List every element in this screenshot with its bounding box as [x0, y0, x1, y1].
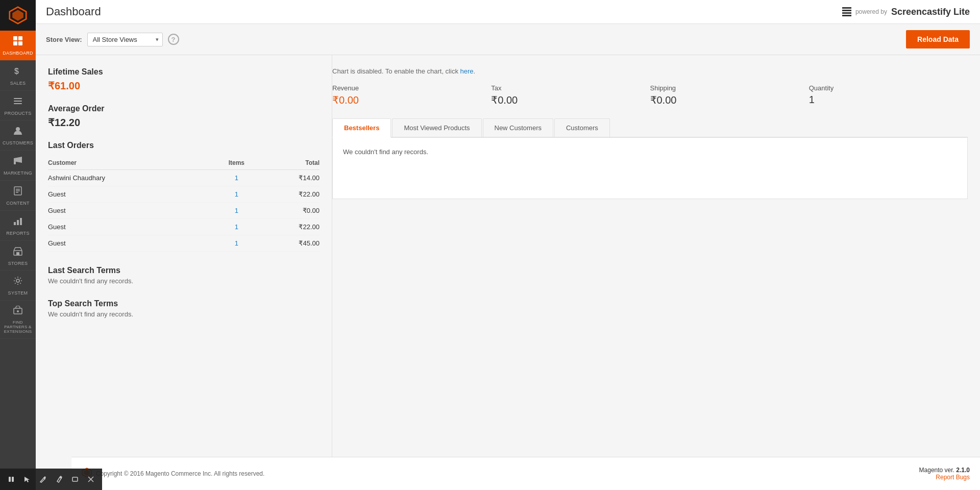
items-count: 1 [213, 219, 260, 235]
screencastify-branding: powered by Screencastify Lite [842, 7, 970, 17]
svg-rect-16 [16, 192, 18, 193]
screencastify-brand: Screencastify Lite [891, 7, 970, 17]
table-row: Guest 1 ₹22.00 [48, 219, 320, 235]
sidebar-item-sales[interactable]: $ SALES [0, 61, 36, 91]
tab-most-viewed[interactable]: Most Viewed Products [392, 118, 481, 137]
sidebar-item-find-partners[interactable]: FIND PARTNERS & EXTENSIONS [0, 301, 36, 338]
sidebar-item-customers[interactable]: CUSTOMERS [0, 120, 36, 151]
lifetime-sales-value: ₹61.00 [48, 80, 320, 92]
close-button[interactable] [84, 472, 98, 487]
last-orders-header-row: Customer Items Total [48, 156, 320, 170]
svg-point-10 [16, 127, 20, 131]
last-orders-title: Last Orders [48, 141, 320, 150]
svg-rect-17 [14, 222, 16, 225]
items-count: 1 [213, 203, 260, 219]
help-icon[interactable]: ? [168, 34, 179, 45]
svg-rect-4 [13, 41, 17, 45]
sidebar-item-label-reports: REPORTS [6, 231, 29, 236]
svg-rect-30 [72, 477, 78, 481]
stats-row: Revenue ₹0.00 Tax ₹0.00 Shipping ₹0.00 Q… [332, 84, 968, 106]
tab-customers[interactable]: Customers [554, 118, 610, 137]
sidebar-item-label-marketing: MARKETING [4, 170, 32, 176]
svg-rect-18 [17, 220, 19, 225]
svg-rect-8 [14, 101, 22, 102]
table-row: Guest 1 ₹0.00 [48, 203, 320, 219]
screencastify-icon [842, 7, 851, 16]
tab-new-customers[interactable]: New Customers [483, 118, 553, 137]
revenue-label: Revenue [332, 84, 491, 92]
top-header: Dashboard powered by Screencastify Lite [36, 0, 980, 24]
report-bugs-link[interactable]: Report Bugs [936, 474, 970, 481]
customer-name: Guest [48, 203, 213, 219]
content-icon [13, 186, 23, 199]
store-view-bar: Store View: All Store Views Default Stor… [36, 24, 980, 55]
sidebar-item-reports[interactable]: REPORTS [0, 211, 36, 241]
pen-button[interactable] [36, 472, 50, 487]
sidebar-item-stores[interactable]: STORES [0, 241, 36, 271]
footer-copyright: Copyright © 2016 Magento Commerce Inc. A… [96, 470, 264, 477]
pause-button[interactable] [4, 472, 18, 487]
sales-icon: $ [13, 66, 23, 79]
svg-rect-7 [14, 98, 22, 99]
items-link[interactable]: 1 [235, 239, 238, 247]
cursor-button[interactable] [20, 472, 34, 487]
svg-rect-27 [9, 477, 11, 482]
products-icon [13, 96, 23, 109]
svg-rect-15 [16, 190, 20, 191]
tax-label: Tax [491, 84, 650, 92]
svg-marker-29 [24, 477, 30, 482]
items-count: 1 [213, 186, 260, 203]
shipping-label: Shipping [650, 84, 809, 92]
screencastify-powered-label: powered by [855, 8, 887, 15]
table-row: Guest 1 ₹22.00 [48, 186, 320, 203]
customer-name: Ashwini Chaudhary [48, 170, 213, 186]
sidebar-item-label-system: SYSTEM [8, 290, 28, 296]
average-order-block: Average Order ₹12.20 [48, 104, 320, 129]
tab-no-records: We couldn't find any records. [343, 148, 957, 156]
tab-content: We couldn't find any records. [332, 138, 968, 199]
rectangle-button[interactable] [68, 472, 82, 487]
page-title: Dashboard [46, 5, 101, 18]
dashboard-icon [13, 36, 23, 48]
store-view-select-wrapper[interactable]: All Store Views Default Store View [87, 33, 163, 46]
top-search-terms-section: Top Search Terms We couldn't find any re… [48, 299, 320, 318]
quantity-label: Quantity [809, 84, 968, 92]
order-total: ₹22.00 [260, 186, 320, 203]
items-link[interactable]: 1 [235, 174, 238, 182]
svg-rect-21 [16, 252, 19, 255]
sidebar-logo [0, 0, 36, 31]
sidebar-item-marketing[interactable]: MARKETING [0, 151, 36, 181]
lifetime-sales-label: Lifetime Sales [48, 67, 320, 77]
last-orders-block: Last Orders Customer Items Total Ashwini… [48, 141, 320, 252]
reload-data-button[interactable]: Reload Data [906, 30, 970, 48]
sidebar-item-system[interactable]: SYSTEM [0, 271, 36, 301]
items-link[interactable]: 1 [235, 223, 238, 231]
store-view-left: Store View: All Store Views Default Stor… [46, 33, 179, 46]
customer-name: Guest [48, 235, 213, 252]
items-link[interactable]: 1 [235, 207, 238, 214]
find-partners-icon [13, 306, 23, 318]
tab-bestsellers[interactable]: Bestsellers [332, 118, 391, 138]
right-panel: Chart is disabled. To enable the chart, … [332, 55, 980, 457]
chart-disabled-text: Chart is disabled. To enable the chart, … [332, 67, 460, 75]
average-order-value: ₹12.20 [48, 116, 320, 129]
last-search-terms-title: Last Search Terms [48, 266, 320, 275]
sidebar-item-dashboard[interactable]: DASHBOARD [0, 31, 36, 61]
marker-button[interactable] [52, 472, 66, 487]
items-link[interactable]: 1 [235, 190, 238, 198]
sidebar-item-label-dashboard: DASHBOARD [3, 51, 33, 56]
svg-point-22 [16, 279, 19, 282]
col-customer: Customer [48, 156, 213, 170]
sidebar-item-content[interactable]: CONTENT [0, 181, 36, 211]
svg-rect-12 [14, 161, 16, 164]
svg-text:$: $ [14, 67, 19, 76]
chart-enable-link[interactable]: here [460, 67, 474, 75]
stat-quantity: Quantity 1 [809, 84, 968, 106]
store-view-select[interactable]: All Store Views Default Store View [87, 33, 163, 46]
stat-tax: Tax ₹0.00 [491, 84, 650, 106]
footer-left: Copyright © 2016 Magento Commerce Inc. A… [82, 468, 264, 480]
bottom-toolbar [0, 469, 102, 490]
footer-right: Magento ver. 2.1.0 Report Bugs [919, 467, 970, 481]
sidebar-item-products[interactable]: PRODUCTS [0, 91, 36, 121]
lifetime-sales-block: Lifetime Sales ₹61.00 [48, 67, 320, 92]
